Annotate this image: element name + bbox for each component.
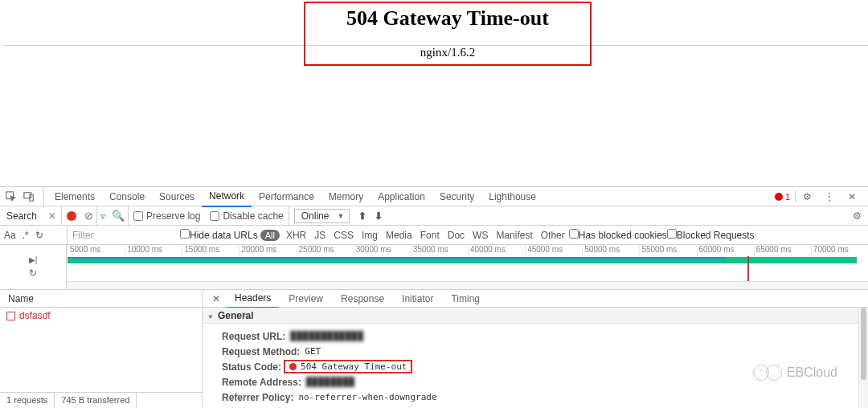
record-button-icon[interactable] — [67, 211, 76, 221]
timeline-tick: 70000 ms — [811, 245, 868, 256]
field-request-method: Request Method:GET — [222, 344, 868, 359]
tab-console[interactable]: Console — [102, 187, 152, 206]
error-highlight-box: 504 Gateway Time-out nginx/1.6.2 — [304, 2, 592, 66]
timeline-load-marker — [747, 256, 749, 281]
timeline-ticks: 5000 ms10000 ms15000 ms20000 ms25000 ms3… — [68, 245, 868, 256]
field-status-code: Status Code:504 Gateway Time-out — [222, 359, 868, 374]
general-section-header[interactable]: General — [203, 308, 868, 324]
tab-sources[interactable]: Sources — [152, 187, 202, 206]
chevron-down-icon: ▼ — [337, 212, 344, 220]
filter-input[interactable]: Filter — [68, 230, 180, 241]
refresh-small-icon[interactable]: ↻ — [29, 267, 37, 279]
timeline-tick: 10000 ms — [125, 245, 182, 256]
throttling-select[interactable]: Online▼ — [294, 209, 350, 223]
network-search-row: Search ✕ ⊘ ▿ 🔍 Preserve log Disable cach… — [0, 206, 868, 226]
throttling-value: Online — [301, 210, 330, 222]
error-count-badge[interactable]: 1 — [775, 192, 790, 202]
upload-icon[interactable]: ⬆ — [354, 210, 371, 222]
field-remote-address: Remote Address:████████ — [222, 374, 868, 390]
device-toolbar-icon[interactable] — [23, 190, 35, 203]
detail-tab-initiator[interactable]: Initiator — [394, 290, 441, 308]
filter-type-css[interactable]: CSS — [330, 230, 358, 241]
request-summary-footer: 1 requests 745 B transferred — [0, 392, 202, 408]
timeline-load-bar — [68, 257, 727, 259]
devtools-tabbar: Elements Console Sources Network Perform… — [0, 187, 868, 206]
disable-cache-label: Disable cache — [223, 210, 283, 222]
timeline-tick: 50000 ms — [582, 245, 639, 256]
filter-type-other[interactable]: Other — [537, 230, 569, 241]
detail-tabbar: ✕ Headers Preview Response Initiator Tim… — [203, 290, 868, 308]
refresh-icon[interactable]: ↻ — [35, 230, 43, 241]
blocked-requests-label: Blocked Requests — [677, 230, 755, 241]
filter-type-font[interactable]: Font — [416, 230, 444, 241]
filter-type-manifest[interactable]: Manifest — [492, 230, 536, 241]
preserve-log-checkbox[interactable]: Preserve log — [129, 210, 205, 222]
network-timeline[interactable]: ▶| ↻ 5000 ms10000 ms15000 ms20000 ms2500… — [0, 245, 868, 290]
search-close-icon[interactable]: ✕ — [43, 210, 61, 222]
request-list-header[interactable]: Name — [0, 290, 202, 308]
timeline-tick: 45000 ms — [525, 245, 582, 256]
download-icon[interactable]: ⬇ — [371, 210, 387, 222]
scrollbar-thumb[interactable] — [861, 308, 866, 380]
tab-elements[interactable]: Elements — [47, 187, 102, 206]
timeline-tick: 30000 ms — [354, 245, 411, 256]
filter-type-js[interactable]: JS — [310, 230, 330, 241]
inspect-icon[interactable] — [5, 190, 18, 203]
settings-gear-icon[interactable]: ⚙ — [800, 190, 813, 203]
detail-tab-timing[interactable]: Timing — [443, 290, 488, 308]
detail-tab-response[interactable]: Response — [333, 290, 392, 308]
filter-type-doc[interactable]: Doc — [444, 230, 469, 241]
error-server: nginx/1.6.2 — [305, 39, 590, 64]
error-title: 504 Gateway Time-out — [305, 3, 590, 39]
blocked-requests-checkbox[interactable]: Blocked Requests — [667, 229, 755, 241]
timeline-scrollbar[interactable] — [67, 281, 868, 289]
detail-tab-headers[interactable]: Headers — [227, 289, 279, 308]
summary-transferred: 745 B transferred — [55, 393, 137, 408]
timeline-tick: 25000 ms — [297, 245, 354, 256]
preserve-log-label: Preserve log — [146, 210, 200, 222]
tab-network[interactable]: Network — [202, 186, 252, 207]
collapse-icon[interactable]: ▶| — [29, 255, 38, 264]
filter-type-media[interactable]: Media — [382, 230, 416, 241]
search-glass-icon[interactable]: 🔍 — [108, 210, 128, 222]
status-code-highlight: 504 Gateway Time-out — [284, 360, 412, 373]
timeline-tick: 40000 ms — [468, 245, 525, 256]
tab-application[interactable]: Application — [371, 187, 432, 206]
devtools-close-icon[interactable]: ✕ — [845, 190, 858, 203]
has-blocked-cookies-label: Has blocked cookies — [579, 230, 667, 241]
tab-security[interactable]: Security — [432, 187, 481, 206]
detail-close-icon[interactable]: ✕ — [207, 293, 225, 304]
tabbar-divider — [43, 187, 44, 206]
error-count-value: 1 — [785, 192, 790, 202]
tab-memory[interactable]: Memory — [321, 187, 371, 206]
clear-icon[interactable]: ⊘ — [81, 210, 96, 222]
detail-tab-preview[interactable]: Preview — [280, 290, 331, 308]
field-request-url: Request URL:████████████ — [222, 328, 868, 344]
filter-funnel-icon[interactable]: ▿ — [97, 210, 108, 222]
filter-type-img[interactable]: Img — [358, 230, 382, 241]
request-name: dsfasdf — [19, 310, 51, 321]
match-case-toggle[interactable]: Aa — [4, 230, 16, 241]
tabbar-divider-r — [795, 190, 796, 203]
regex-toggle[interactable]: .* — [23, 230, 29, 241]
timeline-tick: 15000 ms — [182, 245, 239, 256]
timeline-tick: 65000 ms — [754, 245, 811, 256]
request-list: Name dsfasdf 1 requests 745 B transferre… — [0, 290, 203, 408]
tab-performance[interactable]: Performance — [252, 187, 321, 206]
filter-type-xhr[interactable]: XHR — [282, 230, 310, 241]
timeline-tick: 35000 ms — [411, 245, 468, 256]
hide-data-urls-checkbox[interactable]: Hide data URLs — [180, 229, 258, 241]
disable-cache-checkbox[interactable]: Disable cache — [205, 210, 288, 222]
filter-all[interactable]: All — [260, 230, 280, 241]
request-error-icon — [6, 312, 15, 320]
detail-scrollbar[interactable] — [858, 308, 868, 408]
hide-data-urls-label: Hide data URLs — [190, 230, 258, 241]
has-blocked-cookies-checkbox[interactable]: Has blocked cookies — [569, 229, 667, 241]
filter-type-ws[interactable]: WS — [469, 230, 492, 241]
request-row[interactable]: dsfasdf — [0, 308, 202, 324]
search-divider-1 — [61, 206, 62, 225]
timeline-tick: 55000 ms — [639, 245, 696, 256]
tab-lighthouse[interactable]: Lighthouse — [481, 187, 543, 206]
more-vert-icon[interactable]: ⋮ — [823, 190, 836, 203]
network-settings-gear-icon[interactable]: ⚙ — [846, 210, 868, 222]
